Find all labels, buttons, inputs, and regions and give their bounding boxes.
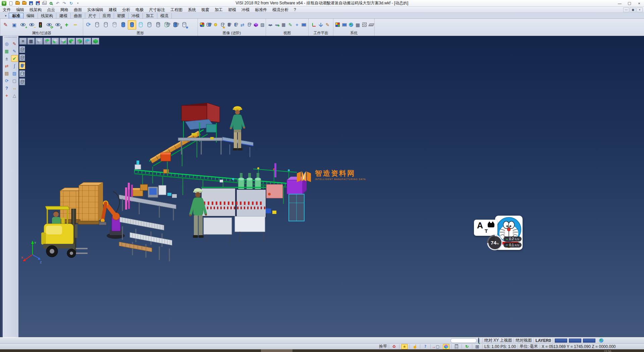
save-as-button[interactable]: [35, 1, 41, 6]
dashed-hidden-icon[interactable]: [110, 20, 119, 30]
open-file-button[interactable]: [14, 1, 20, 6]
view-window-icon[interactable]: ▦: [27, 38, 35, 45]
bird-view-alt-icon[interactable]: [274, 20, 280, 30]
curve-edit-icon[interactable]: ✎: [11, 48, 18, 54]
measure-icon[interactable]: ↔: [11, 85, 18, 91]
compare-render-icon[interactable]: [163, 20, 171, 30]
lock-label[interactable]: 拴牢: [379, 344, 387, 349]
spline-icon[interactable]: ∫: [11, 62, 18, 69]
menu-window[interactable]: 视窗: [199, 7, 212, 13]
shaded-edges-icon[interactable]: [128, 20, 136, 30]
grid-pane-icon[interactable]: ⊞: [474, 344, 481, 349]
menu-dimension[interactable]: 尺寸标注: [146, 7, 168, 13]
menu-help[interactable]: ?: [291, 7, 299, 13]
annotation-widget[interactable]: A T: [474, 220, 497, 236]
tab-mold[interactable]: 塑膜: [114, 13, 128, 18]
menu-machining[interactable]: 加工: [212, 7, 225, 13]
mini-cylinder-icon[interactable]: [246, 20, 252, 30]
view-iso-icon[interactable]: [35, 38, 43, 45]
menu-die[interactable]: 冲模: [239, 7, 252, 13]
menu-file[interactable]: 文件: [0, 7, 13, 13]
magic-wand-icon[interactable]: ★: [401, 344, 408, 349]
menu-wireframe[interactable]: 线架构: [27, 7, 44, 13]
toggle-visibility-icon[interactable]: ±: [54, 20, 62, 30]
mdi-close-button[interactable]: ×: [637, 7, 643, 12]
upload-speed[interactable]: ▲ 0.2K/s: [503, 236, 522, 241]
save-button[interactable]: [28, 1, 34, 6]
cylinder-pair-icon[interactable]: [206, 20, 212, 30]
flat-render-icon[interactable]: [145, 20, 154, 30]
history-button[interactable]: ↻: [68, 1, 74, 6]
render-hidden-icon[interactable]: [19, 54, 25, 61]
sidebar-drag-handle[interactable]: [5, 37, 16, 39]
regen-icon[interactable]: ⟳: [3, 77, 10, 84]
view-top-icon[interactable]: [43, 38, 51, 45]
selection-frame-icon[interactable]: ▦: [3, 48, 10, 54]
tab-wireframe[interactable]: 线架构: [38, 13, 56, 18]
view-iso2-icon[interactable]: [67, 38, 75, 45]
menu-pointcloud[interactable]: 点云: [44, 7, 58, 13]
layer-bars-icon[interactable]: [453, 344, 460, 349]
view-mode-label[interactable]: 绝对 XY 上视图: [484, 338, 512, 343]
viewport-menu-icon[interactable]: ≡: [19, 38, 27, 45]
rotate-view-icon[interactable]: ↻: [464, 344, 470, 349]
redo-button[interactable]: ↷: [61, 1, 67, 6]
copy-attributes-icon[interactable]: ▣: [10, 20, 18, 30]
pattern-icon[interactable]: [361, 20, 368, 30]
close-button[interactable]: ×: [634, 0, 644, 6]
tab-flow[interactable]: 模流: [157, 13, 172, 18]
half-shaded-icon[interactable]: [232, 20, 239, 30]
view-full-icon[interactable]: [92, 38, 99, 45]
view-ref-label[interactable]: 绝对视图: [516, 338, 532, 343]
workplane-star-icon[interactable]: [318, 20, 324, 30]
hide-all-icon[interactable]: −: [71, 20, 79, 30]
shadow-cylinder-icon[interactable]: [226, 20, 232, 30]
confirm-check-icon[interactable]: ✔: [11, 55, 18, 62]
menu-flow-analysis[interactable]: 模流分析: [270, 7, 291, 13]
tab-surface[interactable]: 曲面: [71, 13, 85, 18]
menu-mold[interactable]: 塑模: [225, 7, 239, 13]
tab-machining[interactable]: 加工: [143, 13, 157, 18]
mdi-minimize-button[interactable]: —: [623, 7, 629, 12]
render-flat-icon[interactable]: [19, 70, 25, 77]
tab-standard[interactable]: 标准: [9, 13, 23, 18]
menu-solid-edit[interactable]: 实体编辑: [85, 7, 106, 13]
zoom-options-icon[interactable]: ±: [3, 55, 10, 62]
menu-modeling[interactable]: 建模: [106, 7, 119, 13]
color-swatch-2[interactable]: [569, 339, 581, 343]
view-back-icon[interactable]: [84, 38, 91, 45]
tab-dimension[interactable]: 尺寸: [85, 13, 100, 18]
tab-die[interactable]: 冲模: [128, 13, 143, 18]
hidden-line-icon[interactable]: [102, 20, 110, 30]
preview-button[interactable]: [48, 1, 54, 6]
minimize-button[interactable]: —: [615, 0, 625, 6]
menu-mesh[interactable]: 网格: [58, 7, 71, 13]
copy-render-icon[interactable]: [171, 20, 180, 30]
solid-cube-icon[interactable]: ▢: [11, 77, 18, 84]
undo-button[interactable]: ↶: [55, 1, 61, 6]
material-slab-icon[interactable]: [368, 20, 374, 30]
bulb-icon[interactable]: [212, 20, 219, 30]
percent-badge[interactable]: 74%: [487, 235, 502, 250]
workplane-edit-icon[interactable]: ✎: [324, 20, 331, 30]
render-section-icon[interactable]: [19, 78, 25, 85]
selection-filter-icon[interactable]: [36, 20, 45, 30]
maximize-button[interactable]: ▢: [625, 0, 634, 6]
workplane-axes-icon[interactable]: [311, 20, 317, 30]
print-button[interactable]: [41, 1, 47, 6]
menu-standard-parts[interactable]: 标准件: [252, 7, 270, 13]
multi-render-icon[interactable]: [199, 20, 205, 30]
view-side-icon[interactable]: [59, 38, 67, 45]
hand-pick-icon[interactable]: ☝: [412, 344, 418, 349]
refresh-visibility-icon[interactable]: ⟳: [45, 20, 53, 30]
tab-application[interactable]: 应用: [100, 13, 114, 18]
hide-entities-icon[interactable]: −: [28, 20, 36, 30]
menu-electrode[interactable]: 电极: [133, 7, 146, 13]
refresh-render-icon[interactable]: ⟳: [84, 20, 93, 30]
layer-label[interactable]: LAYER0: [535, 338, 551, 343]
annotate-pencil-icon[interactable]: ✎: [287, 20, 293, 30]
camera-view-icon[interactable]: [301, 20, 307, 30]
shape-icon[interactable]: △: [11, 92, 18, 99]
axes-snap-icon[interactable]: +: [3, 92, 10, 99]
menu-system[interactable]: 系统: [185, 7, 199, 13]
